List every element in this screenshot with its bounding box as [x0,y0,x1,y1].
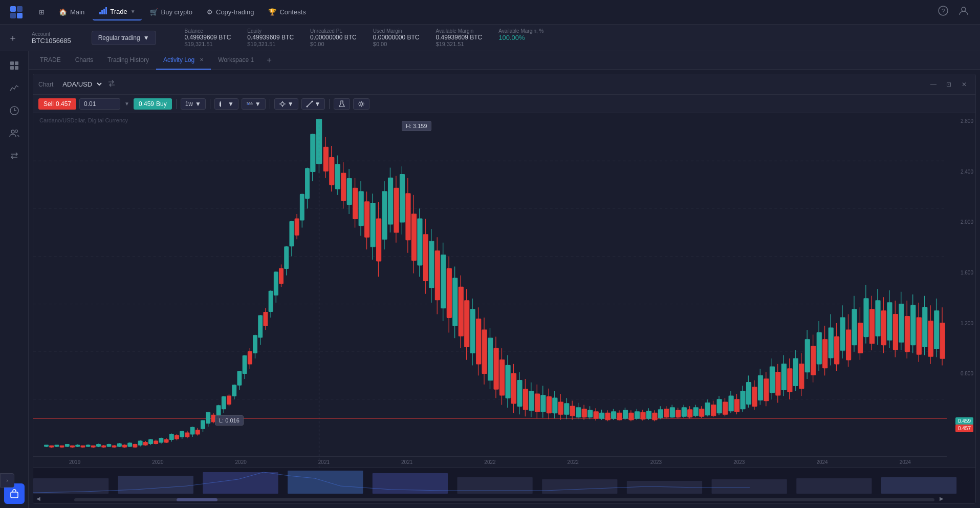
svg-rect-134 [285,247,289,269]
svg-rect-110 [222,397,226,409]
scrollbar-thumb[interactable] [177,498,217,501]
chart-toolbar: Sell 0.457 ▼ 0.459 Buy 1w ▼ [33,95,975,113]
sidebar-item-dashboard[interactable] [4,55,25,76]
sidebar-item-history[interactable] [4,100,25,121]
svg-rect-216 [524,389,528,410]
trade-icon [99,7,107,16]
nav-grid[interactable]: ⊞ [33,5,51,19]
svg-rect-154 [341,173,346,200]
help-button[interactable]: ? [935,3,951,22]
svg-rect-244 [605,413,610,420]
svg-rect-66 [107,444,111,447]
trading-type-selector[interactable]: Regular trading ▼ [92,31,156,45]
volume-overview-svg [33,468,975,494]
svg-rect-258 [647,411,651,419]
svg-rect-46 [55,445,59,447]
svg-rect-144 [311,134,315,172]
tab-workspace1[interactable]: Workspace 1 [211,51,261,70]
svg-rect-42 [45,445,49,447]
tab-close-activity-log[interactable]: ✕ [200,57,204,62]
svg-rect-180 [418,219,422,265]
scroll-right-button[interactable]: ▶ [937,493,947,503]
svg-rect-306 [788,369,792,392]
logo [8,4,25,20]
sidebar-item-chart[interactable] [4,78,25,98]
svg-rect-254 [635,412,640,418]
symbol-selector[interactable]: ADA/USD [57,79,103,90]
svg-rect-234 [576,408,581,417]
tab-trade[interactable]: TRADE [33,51,68,70]
indicators-flask-button[interactable] [334,98,350,110]
svg-rect-6 [103,9,105,14]
svg-rect-186 [435,251,440,300]
chart-panel: Chart ADA/USD — ⊡ ✕ Sell [33,74,976,504]
svg-point-24 [247,103,249,104]
svg-rect-260 [652,413,657,420]
nav-main[interactable]: 🏠 Main [53,5,91,19]
svg-point-16 [11,130,14,133]
svg-rect-361 [118,476,193,494]
nav-copy-trading[interactable]: ⚙ Copy-trading [201,5,260,19]
chart-minimize-button[interactable]: — [927,78,940,91]
sell-button[interactable]: Sell 0.457 [38,98,76,110]
svg-rect-150 [330,158,334,185]
svg-rect-338 [882,311,886,345]
chart-type-button[interactable]: ▼ [214,98,238,110]
chart-indicators-button[interactable]: ▼ [242,98,266,110]
svg-rect-96 [185,433,189,437]
chart-close-button[interactable]: ✕ [958,78,970,91]
svg-rect-12 [15,61,18,65]
symbol-swap-icon[interactable] [107,79,116,89]
svg-rect-320 [829,328,833,358]
tab-trading-history[interactable]: Trading History [100,51,156,70]
svg-rect-272 [688,410,692,417]
h-price-tooltip: H: 3.159 [402,121,431,131]
draw-line-button[interactable]: ▼ [301,98,325,110]
chart-svg: .candle-up { fill: #26a69a; stroke: #26a… [33,113,947,468]
toolbar-separator-1 [176,99,177,109]
tabs-bar: TRADE Charts Trading History Activity Lo… [29,51,980,70]
svg-rect-148 [323,147,328,172]
settings-button[interactable] [353,98,369,110]
user-button[interactable] [955,3,972,22]
svg-rect-5 [101,10,103,14]
chart-expand-button[interactable]: ⊡ [943,78,955,91]
svg-rect-206 [494,348,498,389]
svg-rect-78 [138,441,142,445]
svg-rect-326 [846,330,851,360]
svg-text:?: ? [942,8,945,15]
nav-trade[interactable]: Trade ▼ [93,4,141,20]
sidebar-item-users[interactable] [4,123,25,143]
svg-rect-58 [86,445,90,447]
sidebar-item-transfer[interactable] [4,145,25,166]
timeframe-selector[interactable]: 1w ▼ [181,98,206,110]
nav-contests[interactable]: 🏆 Contests [262,5,312,19]
scroll-left-button[interactable]: ◀ [33,493,43,503]
sell-label: Sell [43,100,54,108]
svg-rect-356 [934,311,939,349]
svg-rect-330 [858,323,863,353]
svg-rect-296 [758,375,763,400]
svg-rect-252 [629,413,634,420]
svg-rect-348 [911,305,916,345]
nav-buy-crypto[interactable]: 🛒 Buy crypto [144,5,199,19]
main-layout: TRADE Charts Trading History Activity Lo… [0,51,980,508]
add-tab-button[interactable]: ＋ [261,55,277,66]
tab-activity-log[interactable]: Activity Log ✕ [156,51,211,70]
svg-rect-168 [382,192,387,239]
add-account-button[interactable]: ＋ [8,32,17,44]
draw-crosshair-button[interactable]: ▼ [274,98,298,110]
svg-rect-274 [693,408,698,416]
tab-charts[interactable]: Charts [68,51,100,70]
svg-rect-314 [811,346,816,375]
buy-button[interactable]: 0.459 Buy [134,98,172,110]
svg-rect-178 [412,214,417,260]
svg-rect-13 [10,66,14,70]
quantity-input[interactable] [79,98,120,110]
svg-rect-282 [717,399,722,413]
qty-dropdown-icon[interactable]: ▼ [124,101,129,107]
svg-rect-82 [149,439,153,443]
account-id: BTC1056685 [32,37,71,45]
svg-rect-18 [11,492,18,498]
svg-rect-222 [541,395,546,412]
